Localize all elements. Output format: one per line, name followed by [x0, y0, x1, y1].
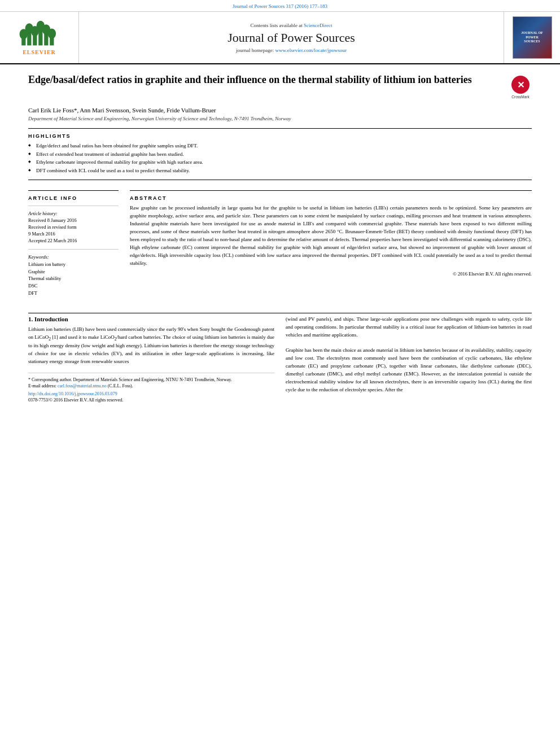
doi-link[interactable]: http://dx.doi.org/10.1016/j.jpowsour.201… — [28, 391, 274, 396]
abstract-column: ABSTRACT Raw graphite can be processed i… — [130, 186, 532, 301]
crossmark-label: CrossMark — [511, 95, 529, 99]
abstract-text: Raw graphite can be processed industrial… — [130, 204, 532, 268]
cover-line1: JOURNAL OF — [521, 31, 543, 34]
intro-col2-text: (wind and PV panels), and ships. These l… — [286, 316, 532, 394]
received-date: Received 8 January 2016 — [28, 217, 119, 224]
footnote-area: * Corresponding author. Department of Ma… — [28, 373, 274, 403]
highlights-title: HIGHLIGHTS — [28, 133, 532, 139]
received-revised-date: Received in revised form9 March 2016 — [28, 224, 119, 238]
highlight-item-3: Ethylene carbonate improved thermal stab… — [28, 159, 532, 166]
authors-line: Carl Erik Lie Foss*, Ann Mari Svensson, … — [28, 107, 532, 113]
page: Journal of Power Sources 317 (2016) 177–… — [0, 0, 560, 747]
divider-1 — [28, 128, 532, 129]
keywords-section: Keywords: Lithium ion battery Graphite T… — [28, 254, 119, 297]
introduction-col-right: (wind and PV panels), and ships. These l… — [286, 316, 532, 403]
highlight-item-4: DFT combined with ICL could be used as a… — [28, 167, 532, 174]
highlight-item-2: Effect of extended heat treatment of ind… — [28, 151, 532, 158]
keywords-label: Keywords: — [28, 254, 119, 260]
article-history: Article history: Received 8 January 2016… — [28, 211, 119, 244]
divider-2 — [28, 180, 532, 180]
abstract-title: ABSTRACT — [130, 195, 532, 201]
article-info-divider — [28, 206, 119, 206]
sciencedirect-link[interactable]: ScienceDirect — [304, 23, 332, 28]
article-info-column: ARTICLE INFO Article history: Received 8… — [28, 186, 119, 301]
highlights-list: Edge/defect and basal ratios has been ob… — [28, 142, 532, 174]
keyword-2: Graphite — [28, 268, 119, 276]
crossmark-x-symbol: ✕ — [517, 80, 524, 90]
issn-text: 0378-7753/© 2016 Elsevier B.V. All right… — [28, 397, 274, 403]
article-info-title: ARTICLE INFO — [28, 195, 119, 201]
journal-title: Journal of Power Sources — [228, 30, 355, 45]
cover-line3: SOURCES — [524, 40, 540, 43]
keyword-5: DFT — [28, 290, 119, 297]
contents-available-text: Contents lists available at — [251, 23, 303, 28]
footnote-corresponding: * Corresponding author. Department of Ma… — [28, 377, 274, 383]
email-suffix: (C.E.L. Foss). — [108, 383, 133, 388]
crossmark-badge: ✕ CrossMark — [509, 76, 532, 99]
email-label: E-mail address: — [28, 383, 58, 388]
keyword-1: Lithium ion battery — [28, 261, 119, 268]
svg-point-11 — [47, 28, 56, 38]
homepage-link[interactable]: www.elsevier.com/locate/jpowsour — [275, 47, 347, 53]
keyword-4: DSC — [28, 282, 119, 290]
elsevier-brand-text: ELSEVIER — [23, 49, 56, 55]
elsevier-logo-area: ELSEVIER — [0, 12, 79, 63]
intro-section-title: 1. Introduction — [28, 316, 274, 322]
article-title-section: Edge/basal/defect ratios in graphite and… — [28, 73, 532, 101]
intro-col1-text: Lithium ion batteries (LIB) have been us… — [28, 326, 274, 366]
history-label: Article history: — [28, 211, 119, 216]
elsevier-logo: ELSEVIER — [17, 20, 62, 55]
cover-line2: POWER — [526, 36, 539, 39]
homepage-label: journal homepage: — [236, 47, 274, 53]
journal-cover-image: JOURNAL OF POWER SOURCES — [513, 16, 552, 59]
footnote-email: E-mail address: carl.foss@material.ntnu.… — [28, 383, 274, 389]
intro-section-name: Introduction — [34, 316, 68, 322]
highlights-section: HIGHLIGHTS Edge/defect and basal ratios … — [28, 133, 532, 174]
introduction-section: 1. Introduction Lithium ion batteries (L… — [28, 313, 532, 403]
copyright-line: © 2016 Elsevier B.V. All rights reserved… — [130, 271, 532, 277]
journal-ref-text: Journal of Power Sources 317 (2016) 177–… — [233, 3, 327, 9]
intro-section-num: 1. — [28, 316, 33, 322]
crossmark-icon: ✕ — [511, 76, 530, 94]
introduction-columns: 1. Introduction Lithium ion batteries (L… — [28, 316, 532, 403]
article-info-top-divider — [28, 190, 119, 191]
introduction-col-left: 1. Introduction Lithium ion batteries (L… — [28, 316, 274, 403]
article-title: Edge/basal/defect ratios in graphite and… — [28, 73, 504, 86]
elsevier-tree-icon — [17, 20, 62, 48]
main-content: Edge/basal/defect ratios in graphite and… — [0, 64, 560, 412]
affiliation-line: Department of Material Science and Engin… — [28, 116, 532, 121]
sciencedirect-line: Contents lists available at ScienceDirec… — [251, 23, 333, 28]
journal-cover-area: JOURNAL OF POWER SOURCES — [504, 12, 560, 63]
journal-homepage-line: journal homepage: www.elsevier.com/locat… — [236, 47, 347, 53]
abstract-top-divider — [130, 190, 532, 191]
keyword-3: Thermal stability — [28, 275, 119, 282]
email-link[interactable]: carl.foss@material.ntnu.no — [58, 383, 107, 388]
highlight-item-1: Edge/defect and basal ratios has been ob… — [28, 142, 532, 150]
article-info-abstract-section: ARTICLE INFO Article history: Received 8… — [28, 186, 532, 301]
accepted-date: Accepted 22 March 2016 — [28, 238, 119, 244]
journal-header: ELSEVIER Contents lists available at Sci… — [0, 12, 560, 64]
keywords-divider — [28, 249, 119, 250]
journal-reference-bar: Journal of Power Sources 317 (2016) 177–… — [0, 0, 560, 12]
journal-center-info: Contents lists available at ScienceDirec… — [79, 12, 504, 63]
